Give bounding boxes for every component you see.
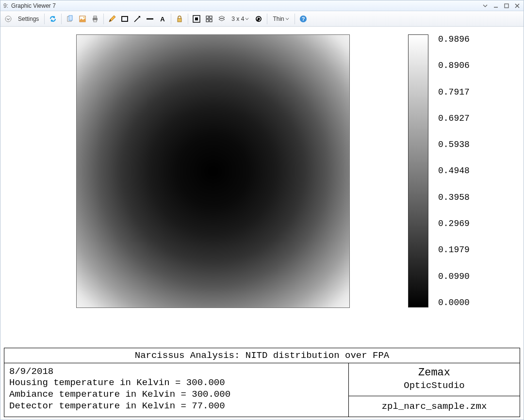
line-icon[interactable]	[144, 13, 156, 25]
tick-label: 0.0990	[438, 272, 470, 281]
svg-rect-26	[206, 19, 209, 22]
colorbar-ticks: 0.9896 0.8906 0.7917 0.6927 0.5938 0.494…	[435, 34, 470, 307]
brand-name: Zemax	[349, 366, 520, 380]
svg-rect-24	[206, 16, 209, 18]
chevron-down-icon	[285, 17, 289, 21]
line-thickness-dropdown[interactable]: Thin	[270, 13, 292, 25]
tick-label: 0.6927	[438, 113, 470, 123]
reset-icon[interactable]	[253, 13, 264, 25]
refresh-icon[interactable]	[47, 13, 59, 25]
svg-rect-23	[195, 17, 198, 20]
lock-icon[interactable]	[174, 13, 185, 25]
svg-rect-27	[210, 19, 212, 22]
window: 9: Graphic Viewer 7 Settings	[0, 0, 524, 420]
separator	[267, 14, 267, 24]
separator	[61, 14, 62, 24]
svg-marker-28	[219, 16, 225, 19]
tick-label: 0.9896	[438, 34, 470, 44]
param-line: Ambiance temperature in Kelvin = 300.000	[9, 389, 230, 400]
param-line: Housing temperature in Kelvin = 300.000	[9, 377, 225, 388]
svg-point-4	[5, 16, 11, 22]
filename: zpl_narc_sample.zmx	[349, 396, 520, 417]
fit-window-icon[interactable]	[191, 13, 202, 25]
separator	[188, 14, 188, 24]
svg-rect-25	[210, 16, 212, 18]
tick-label: 0.5938	[438, 140, 470, 149]
settings-button[interactable]: Settings	[15, 13, 42, 25]
svg-rect-12	[94, 16, 97, 18]
svg-point-10	[83, 16, 85, 18]
chevron-down-icon	[245, 17, 249, 21]
close-button[interactable]	[514, 2, 521, 9]
pencil-icon[interactable]	[106, 13, 118, 25]
separator	[44, 14, 45, 24]
separator	[295, 14, 295, 24]
help-icon[interactable]: ?	[297, 13, 309, 25]
rectangle-icon[interactable]	[119, 13, 131, 25]
tick-label: 0.1979	[438, 245, 470, 255]
window-number: 9:	[3, 2, 8, 9]
tick-label: 0.8906	[438, 61, 470, 70]
separator	[171, 14, 171, 24]
thickness-label: Thin	[273, 16, 284, 22]
plot-row: 0.9896 0.8906 0.7917 0.6927 0.5938 0.494…	[3, 27, 521, 340]
info-panel: Narcissus Analysis: NITD distribution ov…	[4, 348, 520, 417]
svg-rect-16	[122, 16, 128, 21]
svg-marker-29	[219, 18, 225, 21]
window-title: Graphic Viewer 7	[11, 2, 56, 9]
arrow-icon[interactable]	[131, 13, 143, 25]
svg-rect-1	[505, 4, 508, 8]
chevron-down-icon[interactable]	[2, 13, 14, 25]
tick-label: 0.0000	[438, 298, 470, 307]
svg-rect-13	[94, 20, 97, 22]
layers-icon[interactable]	[216, 13, 228, 25]
colorbar-area: 0.9896 0.8906 0.7917 0.6927 0.5938 0.494…	[408, 34, 470, 308]
content-area: 0.9896 0.8906 0.7917 0.6927 0.5938 0.494…	[0, 27, 524, 420]
text-icon[interactable]: A	[157, 13, 168, 25]
param-line: Detector temperature in Kelvin = 77.000	[9, 401, 225, 411]
heatmap-image	[76, 34, 350, 308]
separator	[103, 14, 104, 24]
maximize-button[interactable]	[503, 2, 510, 9]
window-menu-icon[interactable]	[482, 2, 489, 9]
svg-line-17	[134, 17, 139, 22]
colorbar	[408, 34, 428, 307]
svg-rect-8	[69, 16, 72, 20]
svg-rect-21	[178, 18, 181, 22]
tick-label: 0.2969	[438, 219, 470, 228]
save-image-icon[interactable]	[77, 13, 88, 25]
print-icon[interactable]	[89, 13, 101, 25]
brand-box: Zemax OpticStudio	[349, 363, 520, 396]
svg-text:A: A	[161, 16, 165, 23]
tick-label: 0.4948	[438, 166, 470, 176]
grid-size-label: 3 x 4	[231, 16, 244, 22]
svg-text:?: ?	[301, 16, 305, 22]
grid-icon[interactable]	[203, 13, 215, 25]
analysis-date: 8/9/2018	[9, 366, 53, 377]
tick-label: 0.3958	[438, 193, 470, 202]
analysis-title: Narcissus Analysis: NITD distribution ov…	[4, 348, 520, 363]
heatmap-plot	[76, 34, 350, 308]
tick-label: 0.7917	[438, 87, 470, 97]
toolbar: Settings A	[0, 11, 524, 27]
analysis-parameters: 8/9/2018 Housing temperature in Kelvin =…	[4, 363, 349, 417]
minimize-button[interactable]	[492, 2, 499, 9]
product-name: OpticStudio	[349, 380, 520, 392]
titlebar: 9: Graphic Viewer 7	[0, 0, 524, 11]
clipboard-icon[interactable]	[64, 13, 76, 25]
grid-size-dropdown[interactable]: 3 x 4	[229, 13, 252, 25]
